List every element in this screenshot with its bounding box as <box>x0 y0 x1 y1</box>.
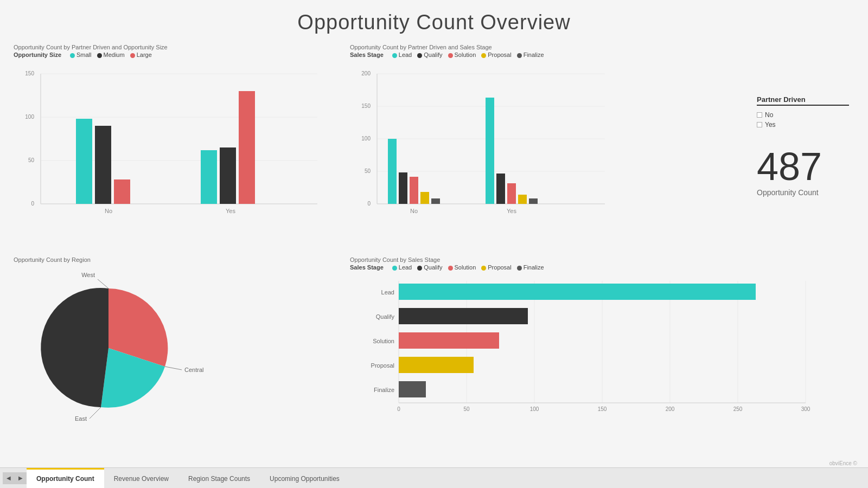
svg-text:50: 50 <box>365 168 371 174</box>
kpi-filter-yes-label: Yes <box>765 121 776 129</box>
svg-text:200: 200 <box>666 406 675 412</box>
chart4-legend-finalize: Finalize <box>517 264 544 271</box>
svg-text:Yes: Yes <box>507 208 516 214</box>
svg-text:200: 200 <box>361 70 371 76</box>
svg-text:0: 0 <box>31 201 34 207</box>
tabs-bar: ◀ ▶ Opportunity Count Revenue Overview R… <box>0 467 868 488</box>
chart1-no-large <box>114 179 130 204</box>
svg-rect-30 <box>486 98 494 204</box>
chart2-legend-lead: Lead <box>392 52 412 58</box>
chart1-yes-large <box>239 91 255 204</box>
svg-rect-31 <box>496 174 505 204</box>
pie-east <box>41 288 108 407</box>
svg-text:Yes: Yes <box>226 208 235 214</box>
chart2-legend-proposal: Proposal <box>481 52 511 58</box>
chart2-svg: 0 50 100 150 200 <box>350 60 610 217</box>
chart1-yes-medium <box>220 147 236 204</box>
svg-text:250: 250 <box>733 406 743 412</box>
kpi-checkbox-yes[interactable] <box>757 122 762 127</box>
chart1-legend-medium: Medium <box>97 52 125 58</box>
chart2-legend-label: Sales Stage <box>350 52 384 58</box>
tab-prev-btn[interactable]: ◀ <box>3 472 15 484</box>
kpi-filter-no[interactable]: No <box>757 111 773 119</box>
chart2-legend-qualify: Qualify <box>417 52 442 58</box>
chart2-legend-solution: Solution <box>448 52 476 58</box>
svg-text:100: 100 <box>530 406 539 412</box>
chart1-panel: Opportunity Count by Partner Driven and … <box>8 40 344 252</box>
page-title: Opportunity Count Overview <box>0 11 868 34</box>
chart3-panel: Opportunity Count by Region <box>8 252 344 465</box>
watermark: obviEnce © <box>829 460 857 466</box>
chart2-legend-finalize: Finalize <box>517 52 544 58</box>
chart4-svg: 0 50 100 150 200 250 300 Lead Qualify So… <box>350 273 822 416</box>
svg-text:Lead: Lead <box>381 289 394 296</box>
svg-text:100: 100 <box>25 114 34 120</box>
svg-text:150: 150 <box>25 70 34 76</box>
chart3-title: Opportunity Count by Region <box>14 256 339 263</box>
svg-rect-33 <box>518 195 527 204</box>
svg-text:No: No <box>105 208 112 214</box>
svg-text:100: 100 <box>361 136 371 142</box>
svg-text:Finalize: Finalize <box>374 387 394 393</box>
svg-text:East: East <box>75 415 87 421</box>
kpi-checkbox-no[interactable] <box>757 112 762 118</box>
chart1-legend: Opportunity Size Small Medium Large <box>14 52 339 58</box>
chart1-yes-small <box>201 150 217 204</box>
chart4-legend-proposal: Proposal <box>481 264 511 271</box>
chart1-no-medium <box>95 126 111 204</box>
svg-text:150: 150 <box>598 406 607 412</box>
svg-text:Solution: Solution <box>373 338 394 344</box>
tab-next-btn[interactable]: ▶ <box>15 472 27 484</box>
tab-upcoming-opportunities[interactable]: Upcoming Opportunities <box>260 468 349 489</box>
main-container: Opportunity Count Overview Opportunity C… <box>0 0 868 488</box>
svg-text:50: 50 <box>28 157 35 163</box>
chart4-panel: Opportunity Count by Sales Stage Sales S… <box>344 252 860 465</box>
kpi-title: Partner Driven <box>757 95 849 106</box>
svg-rect-28 <box>431 198 440 204</box>
chart1-no-small <box>76 119 92 204</box>
svg-text:0: 0 <box>397 406 400 412</box>
chart1-legend-small: Small <box>70 52 92 58</box>
svg-text:0: 0 <box>367 201 371 207</box>
kpi-sublabel: Opportunity Count <box>757 188 822 197</box>
svg-rect-34 <box>529 198 538 204</box>
bar-proposal <box>399 357 474 373</box>
svg-text:Proposal: Proposal <box>371 362 394 369</box>
kpi-filter-no-label: No <box>765 111 773 119</box>
svg-line-38 <box>165 367 182 370</box>
chart2-panel: Opportunity Count by Partner Driven and … <box>344 40 746 252</box>
chart4-legend: Sales Stage Lead Qualify Solution Propos… <box>350 264 854 271</box>
kpi-number: 487 <box>757 147 822 186</box>
tab-opportunity-count[interactable]: Opportunity Count <box>27 468 104 489</box>
chart1-svg: 0 50 100 150 No <box>14 60 328 217</box>
svg-rect-32 <box>507 183 516 204</box>
svg-rect-27 <box>420 192 429 204</box>
bar-solution <box>399 332 499 349</box>
bar-lead <box>399 284 756 300</box>
chart2-title: Opportunity Count by Partner Driven and … <box>350 44 741 50</box>
svg-text:150: 150 <box>361 103 371 109</box>
svg-line-40 <box>90 407 101 419</box>
chart1-legend-large: Large <box>130 52 152 58</box>
svg-text:No: No <box>410 208 418 214</box>
tab-revenue-overview[interactable]: Revenue Overview <box>104 468 178 489</box>
chart1-legend-label: Opportunity Size <box>14 52 61 58</box>
chart2-legend: Sales Stage Lead Qualify Solution Propos… <box>350 52 741 58</box>
svg-text:West: West <box>81 272 95 278</box>
svg-rect-24 <box>388 139 397 204</box>
svg-rect-26 <box>410 177 418 204</box>
tab-region-stage-counts[interactable]: Region Stage Counts <box>178 468 260 489</box>
chart4-title: Opportunity Count by Sales Stage <box>350 256 854 263</box>
chart1-title: Opportunity Count by Partner Driven and … <box>14 44 339 50</box>
chart4-legend-label: Sales Stage <box>350 264 384 271</box>
svg-rect-25 <box>399 172 407 204</box>
svg-text:Qualify: Qualify <box>376 313 395 320</box>
title-area: Opportunity Count Overview <box>0 0 868 40</box>
bar-finalize <box>399 381 426 397</box>
svg-text:300: 300 <box>801 406 810 412</box>
kpi-filter-yes[interactable]: Yes <box>757 121 776 129</box>
bar-qualify <box>399 308 528 324</box>
kpi-number-area: 487 Opportunity Count <box>757 147 822 197</box>
kpi-panel: Partner Driven No Yes 487 Opportunity Co… <box>746 40 860 252</box>
chart3-svg: West Central East <box>14 264 203 421</box>
